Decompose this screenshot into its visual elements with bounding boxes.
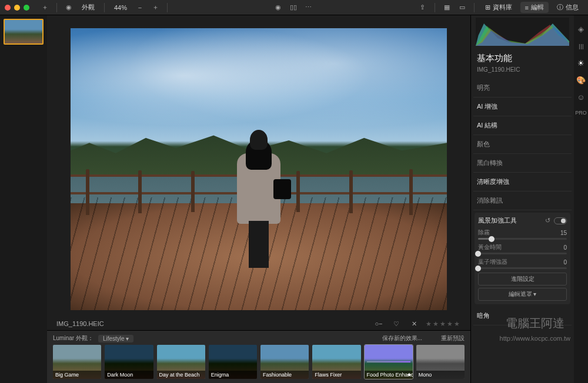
- levels-icon[interactable]: ⫼: [577, 42, 585, 51]
- favorite-button[interactable]: ♡: [390, 318, 402, 330]
- pro-badge[interactable]: PRO: [575, 110, 587, 116]
- edit-mask-button[interactable]: 編輯遮罩 ▾: [478, 288, 567, 301]
- appearance-label[interactable]: 外觀: [78, 3, 98, 12]
- slider-value: 0: [563, 244, 567, 251]
- appearance-icon[interactable]: ◉: [63, 2, 75, 14]
- panel-item-ai-structure[interactable]: AI 結構: [473, 116, 572, 135]
- histogram[interactable]: [476, 18, 569, 46]
- preset-category-dropdown[interactable]: Lifestyle ▾: [98, 335, 133, 342]
- window-controls: [5, 5, 29, 11]
- preset-header: Luminar 外觀：: [53, 334, 93, 342]
- preset-reset-button[interactable]: 重新預設: [441, 334, 465, 342]
- panel-item-brightness[interactable]: 明亮: [473, 79, 572, 98]
- preset-thumb[interactable]: Mono: [416, 345, 465, 379]
- slider-label: 黃金時間: [478, 243, 502, 251]
- info-tab[interactable]: ⓘ信息: [552, 2, 583, 13]
- preset-thumb[interactable]: Dark Moon: [105, 345, 153, 379]
- landscape-tool-panel: 風景加強工具 ↺ 除霧15 黃金時間0 葉子增強器0 進階設定 編輯遮罩 ▾: [475, 213, 570, 304]
- rating-stars[interactable]: ★★★★★: [426, 320, 461, 328]
- foliage-slider[interactable]: [478, 267, 567, 269]
- reject-button[interactable]: ✕: [408, 318, 420, 330]
- golden-hour-slider[interactable]: [478, 253, 567, 254]
- palette-icon[interactable]: 🎨: [576, 76, 586, 85]
- edit-tab[interactable]: ≡編輯: [520, 2, 549, 13]
- canvas-area: [47, 15, 470, 317]
- eye-icon[interactable]: ◉: [272, 2, 284, 14]
- file-name: IMG_1190.HEIC: [56, 320, 104, 327]
- panel-subtitle: IMG_1190.HEIC: [473, 66, 572, 79]
- filmstrip-left: [0, 15, 47, 383]
- preset-thumb[interactable]: Fashionable: [260, 345, 309, 379]
- slider-label: 除霧: [478, 229, 490, 237]
- slider-value: 15: [560, 230, 567, 236]
- zoom-out-button[interactable]: −: [134, 2, 146, 14]
- library-tab[interactable]: ⊞資料庫: [480, 2, 517, 13]
- sun-icon[interactable]: ☀: [577, 59, 584, 68]
- maximize-window-button[interactable]: [24, 5, 29, 11]
- preset-save-button[interactable]: 保存新的效果...: [382, 334, 422, 342]
- preset-thumb[interactable]: Enigma: [209, 345, 257, 379]
- overflow-icon[interactable]: ⋯: [303, 2, 315, 14]
- zoom-level[interactable]: 44%: [111, 4, 131, 11]
- panel-item-sharpness[interactable]: 清晰度增強: [473, 173, 572, 192]
- center-column: IMG_1190.HEIC ○− ♡ ✕ ★★★★★ Luminar 外觀： L…: [47, 15, 470, 383]
- compare-icon[interactable]: ▯▯: [288, 2, 299, 14]
- add-tab-button[interactable]: ＋: [39, 2, 51, 14]
- flag-toggle[interactable]: ○−: [373, 318, 385, 330]
- top-toolbar: ＋ ◉ 外觀 44% − ＋ ◉ ▯▯ ⋯ ⇪ ▦ ▭ ⊞資料庫 ≡編輯 ⓘ信息: [0, 0, 588, 15]
- reset-tool-icon[interactable]: ↺: [545, 217, 550, 224]
- layers-icon[interactable]: ◈: [578, 25, 584, 33]
- slider-value: 0: [563, 259, 567, 266]
- close-window-button[interactable]: [5, 5, 11, 11]
- dehaze-slider[interactable]: [478, 238, 567, 240]
- canvas-info-bar: IMG_1190.HEIC ○− ♡ ✕ ★★★★★: [47, 317, 470, 330]
- preset-thumb[interactable]: Flaws Fixer: [312, 345, 360, 379]
- zoom-in-button[interactable]: ＋: [149, 2, 161, 14]
- tool-enable-toggle[interactable]: [554, 217, 567, 224]
- panel-item-denoise[interactable]: 消除雜訊: [473, 192, 572, 210]
- info-icon: ⓘ: [557, 3, 563, 12]
- grid-view-icon[interactable]: ▦: [441, 2, 453, 14]
- single-view-icon[interactable]: ▭: [456, 2, 468, 14]
- photo-canvas[interactable]: [71, 28, 447, 310]
- panel-item-color[interactable]: 顏色: [473, 135, 572, 154]
- landscape-tool-title: 風景加強工具: [478, 216, 517, 225]
- filmstrip-thumbnail-selected[interactable]: [4, 19, 44, 45]
- advanced-settings-button[interactable]: 進階設定: [478, 273, 567, 285]
- share-icon[interactable]: ⇪: [417, 2, 429, 14]
- panel-item-vignette[interactable]: 暗角: [473, 307, 572, 325]
- library-icon: ⊞: [485, 4, 490, 11]
- panel-title: 基本功能: [473, 51, 572, 66]
- panel-item-bw[interactable]: 黑白轉換: [473, 154, 572, 173]
- slider-label: 葉子增強器: [478, 258, 507, 266]
- preset-row: Big Game Dark Moon Day at the Beach Enig…: [53, 345, 465, 379]
- sliders-icon: ≡: [525, 4, 529, 11]
- panel-item-ai-enhance[interactable]: AI 增強: [473, 98, 572, 116]
- preset-thumb-selected[interactable]: Food Photo Enhancer★: [365, 345, 413, 379]
- preset-bar: Luminar 外觀： Lifestyle ▾ 保存新的效果... 重新預設 B…: [47, 330, 470, 383]
- face-icon[interactable]: ☺: [577, 93, 584, 102]
- minimize-window-button[interactable]: [14, 5, 20, 11]
- right-tool-rail: ◈ ⫼ ☀ 🎨 ☺ PRO: [574, 15, 588, 383]
- right-panel: 基本功能 IMG_1190.HEIC 明亮 AI 增強 AI 結構 顏色 黑白轉…: [470, 15, 588, 383]
- preset-thumb[interactable]: Day at the Beach: [157, 345, 205, 379]
- preset-thumb[interactable]: Big Game: [53, 345, 101, 379]
